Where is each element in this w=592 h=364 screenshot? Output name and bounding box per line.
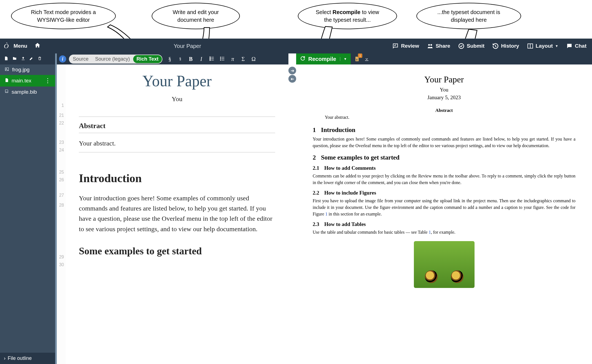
annotation-write-edit: Write and edit your document here bbox=[152, 3, 240, 29]
svg-rect-19 bbox=[356, 59, 358, 60]
file-menu-icon[interactable]: ⋮ bbox=[45, 77, 51, 84]
menu-button[interactable]: Menu bbox=[14, 43, 27, 49]
layout-button[interactable]: Layout ▼ bbox=[527, 43, 558, 49]
chat-button[interactable]: Chat bbox=[566, 43, 586, 49]
overleaf-logo-icon[interactable]: Ò bbox=[4, 42, 9, 50]
sync-left-icon[interactable]: ➜ bbox=[288, 75, 296, 83]
omega-icon[interactable]: Ω bbox=[249, 56, 258, 62]
submit-button[interactable]: Submit bbox=[458, 43, 484, 49]
pdf-date: January 5, 2023 bbox=[313, 95, 575, 101]
section-examples[interactable]: Some examples to get started bbox=[79, 245, 275, 257]
file-item-main[interactable]: main.tex ⋮ bbox=[0, 75, 55, 87]
file-label: main.tex bbox=[12, 78, 31, 84]
mode-source-legacy[interactable]: Source (legacy) bbox=[92, 55, 133, 63]
pdf-sub-21: 2.1How to add Comments bbox=[313, 165, 575, 171]
file-outline-toggle[interactable]: › File outline bbox=[0, 353, 55, 364]
editor-pane: i Source Source (legacy) Rich Text § § B… bbox=[57, 53, 288, 364]
annotation-rich-text: Rich Text mode provides a WYSIWYG-like e… bbox=[11, 3, 116, 29]
file-label: sample.bib bbox=[12, 89, 37, 95]
home-icon[interactable] bbox=[34, 42, 41, 50]
new-file-icon[interactable] bbox=[4, 56, 8, 62]
svg-point-1 bbox=[430, 44, 432, 46]
pdf-abstract-head: Abstract bbox=[313, 108, 575, 113]
review-button[interactable]: Review bbox=[392, 43, 419, 49]
annotation-row: Rich Text mode provides a WYSIWYG-like e… bbox=[0, 0, 592, 39]
recompile-button[interactable]: Recompile ▼ bbox=[296, 53, 351, 64]
svg-point-15 bbox=[220, 58, 221, 59]
abstract-heading[interactable]: Abstract bbox=[79, 122, 275, 130]
pdf-viewer[interactable]: Your Paper You January 5, 2023 Abstract … bbox=[296, 64, 592, 364]
line-gutter: 1 21 22 23 24 25 26 27 28 29 30 bbox=[57, 64, 66, 364]
pdf-page: Your Paper You January 5, 2023 Abstract … bbox=[296, 64, 592, 364]
pdf-sub23-body: Use the table and tabular commands for b… bbox=[313, 229, 575, 236]
editor-mode-toggle: Source Source (legacy) Rich Text bbox=[69, 55, 162, 64]
editor-toolbar: i Source Source (legacy) Rich Text § § B… bbox=[57, 53, 288, 64]
italic-icon[interactable]: I bbox=[197, 56, 206, 62]
history-button[interactable]: History bbox=[492, 43, 519, 49]
pdf-sec-1: 1Introduction bbox=[313, 126, 575, 134]
bold-icon[interactable]: B bbox=[186, 56, 195, 62]
recompile-icon bbox=[300, 56, 306, 63]
mode-source[interactable]: Source bbox=[69, 55, 92, 63]
rename-icon[interactable] bbox=[29, 56, 34, 62]
bullet-list-icon[interactable] bbox=[218, 56, 227, 62]
logs-button[interactable]: 1 bbox=[353, 55, 361, 63]
svg-point-13 bbox=[220, 57, 221, 57]
svg-rect-20 bbox=[356, 60, 358, 60]
annotation-typeset: ...the typeset document is displayed her… bbox=[416, 3, 521, 29]
top-header: Ò Menu Your Paper Review Share Submit Hi… bbox=[0, 39, 592, 53]
section-introduction[interactable]: Introduction bbox=[79, 172, 275, 185]
image-icon bbox=[4, 67, 9, 73]
file-icon bbox=[4, 78, 9, 84]
annotation-recompile: Select Recompile to view the typeset res… bbox=[298, 3, 397, 29]
pdf-abstract-text: Your abstract. bbox=[325, 115, 563, 120]
editor-body[interactable]: 1 21 22 23 24 25 26 27 28 29 30 Your Pap… bbox=[57, 64, 288, 364]
svg-text:3: 3 bbox=[210, 59, 210, 61]
pane-divider[interactable]: ➜ ➜ bbox=[288, 53, 296, 364]
pdf-author: You bbox=[313, 87, 575, 93]
numbered-list-icon[interactable]: 123 bbox=[207, 56, 216, 62]
table-ref-link[interactable]: 1 bbox=[429, 230, 431, 234]
project-title: Your Paper bbox=[55, 43, 387, 49]
pdf-sub-23: 2.3How to add Tables bbox=[313, 221, 575, 227]
pdf-toolbar: Recompile ▼ 1 bbox=[296, 53, 592, 64]
file-item-bib[interactable]: sample.bib bbox=[0, 87, 55, 97]
section-icon[interactable]: § bbox=[165, 56, 175, 62]
doc-title[interactable]: Your Paper bbox=[79, 72, 275, 90]
upload-icon[interactable] bbox=[21, 56, 25, 62]
file-list: frog.jpg main.tex ⋮ sample.bib bbox=[0, 64, 55, 353]
svg-point-17 bbox=[220, 60, 221, 60]
pdf-sub21-body: Comments can be added to your project by… bbox=[313, 173, 575, 186]
intro-body[interactable]: Your introduction goes here! Some exampl… bbox=[79, 193, 275, 234]
pdf-sec-2: 2Some examples to get started bbox=[313, 154, 575, 161]
pi-icon[interactable]: π bbox=[228, 56, 237, 62]
figure-ref-link[interactable]: 1 bbox=[325, 212, 328, 216]
pdf-sub-22: 2.2How to include Figures bbox=[313, 190, 575, 196]
pdf-sec1-body: Your introduction goes here! Some exampl… bbox=[313, 136, 575, 149]
new-folder-icon[interactable] bbox=[12, 56, 17, 62]
file-label: frog.jpg bbox=[12, 67, 30, 73]
file-sidebar: frog.jpg main.tex ⋮ sample.bib › File ou… bbox=[0, 53, 55, 364]
mode-rich-text[interactable]: Rich Text bbox=[133, 55, 162, 63]
sync-right-icon[interactable]: ➜ bbox=[288, 67, 296, 74]
frog-figure bbox=[414, 241, 475, 288]
pdf-pane: Recompile ▼ 1 Your Paper You January 5, … bbox=[296, 53, 592, 364]
download-pdf-icon[interactable] bbox=[363, 55, 371, 63]
logs-badge-count: 1 bbox=[358, 53, 362, 58]
pdf-title: Your Paper bbox=[313, 74, 575, 85]
sigma-icon[interactable]: Σ bbox=[239, 56, 248, 62]
info-icon[interactable]: i bbox=[59, 55, 66, 63]
rich-text-document[interactable]: Your Paper You Abstract Your abstract. I… bbox=[66, 64, 288, 364]
recompile-dropdown-icon[interactable]: ▼ bbox=[340, 57, 347, 61]
chevron-right-icon: › bbox=[4, 355, 6, 361]
doc-author[interactable]: You bbox=[79, 95, 275, 103]
share-button[interactable]: Share bbox=[427, 43, 450, 49]
book-icon bbox=[4, 89, 9, 95]
subsection-icon[interactable]: § bbox=[176, 57, 185, 61]
main-area: frog.jpg main.tex ⋮ sample.bib › File ou… bbox=[0, 53, 592, 364]
file-item-frog[interactable]: frog.jpg bbox=[0, 64, 55, 75]
delete-icon[interactable] bbox=[37, 56, 42, 62]
abstract-text[interactable]: Your abstract. bbox=[79, 140, 275, 147]
caret-down-icon: ▼ bbox=[555, 44, 558, 48]
pdf-sub22-body: First you have to upload the image file … bbox=[313, 198, 575, 217]
